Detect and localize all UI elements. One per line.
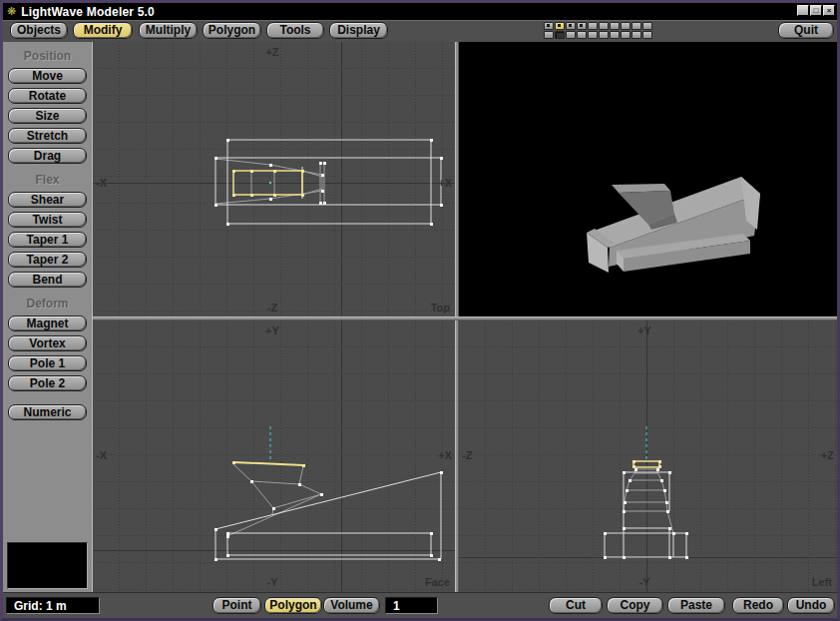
layer-button[interactable] [566, 22, 576, 30]
numeric-button[interactable]: Numeric [8, 404, 87, 420]
layer-bank [544, 22, 653, 40]
close-button[interactable]: × [823, 5, 835, 16]
layer-button[interactable] [577, 31, 587, 39]
axis-label-left: -X [96, 449, 108, 461]
axis-label-bottom: -Z [267, 302, 278, 313]
viewport-left[interactable]: +Y -Y -Z +Z Left [459, 320, 837, 592]
tool-taper-2[interactable]: Taper 2 [8, 252, 87, 268]
minimize-icon: _ [801, 11, 805, 14]
paste-button[interactable]: Paste [667, 597, 725, 614]
menu-tools[interactable]: Tools [266, 22, 324, 39]
tool-pole-2[interactable]: Pole 2 [8, 375, 87, 391]
layer-button[interactable] [555, 22, 565, 30]
origin-marker [269, 182, 271, 184]
mode-volume[interactable]: Volume [323, 597, 380, 614]
redo-button[interactable]: Redo [732, 597, 784, 614]
close-icon: × [827, 7, 832, 15]
sidebar: Position Move Rotate Size Stretch Drag F… [3, 42, 93, 592]
layer-button[interactable] [544, 31, 554, 39]
tool-size[interactable]: Size [8, 108, 87, 124]
maximize-icon: □ [814, 7, 819, 15]
section-title-flex: Flex [35, 173, 59, 187]
layer-button[interactable] [631, 22, 641, 30]
viewport-grid: +Z -Z -X +X Top [93, 42, 837, 592]
menu-multiply[interactable]: Multiply [139, 22, 198, 39]
tool-bend[interactable]: Bend [8, 272, 87, 288]
cut-button[interactable]: Cut [549, 597, 603, 614]
layer-button[interactable] [610, 22, 620, 30]
axis-label-top: +Y [637, 324, 651, 336]
menu-display[interactable]: Display [329, 22, 388, 39]
layer-button[interactable] [642, 31, 652, 39]
section-title-deform: Deform [26, 297, 68, 310]
maximize-button[interactable]: □ [810, 5, 822, 16]
app-icon: ❋ [7, 6, 16, 17]
axis-label-left: -Z [462, 449, 473, 461]
tool-magnet[interactable]: Magnet [8, 315, 87, 331]
tool-pole-1[interactable]: Pole 1 [8, 355, 87, 371]
main-area: Position Move Rotate Size Stretch Drag F… [3, 42, 837, 592]
menu-objects[interactable]: Objects [10, 22, 68, 39]
viewport-divider-horizontal[interactable] [93, 316, 837, 320]
tool-stretch[interactable]: Stretch [8, 128, 87, 144]
axis-label-top: +Z [265, 46, 278, 58]
axis-label-bottom: -Y [267, 576, 279, 588]
tool-taper-1[interactable]: Taper 1 [8, 232, 87, 248]
copy-button[interactable]: Copy [607, 597, 663, 614]
layer-button[interactable] [610, 31, 620, 39]
mode-polygon[interactable]: Polygon [264, 597, 322, 614]
tool-drag[interactable]: Drag [8, 148, 87, 164]
tool-shear[interactable]: Shear [8, 192, 87, 208]
grid-dots [459, 320, 837, 592]
window-title: LightWave Modeler 5.0 [21, 5, 155, 19]
minimize-button[interactable]: _ [797, 5, 809, 16]
mode-point[interactable]: Point [212, 597, 261, 614]
titlebar: ❋ LightWave Modeler 5.0 _ □ × [3, 3, 837, 20]
layer-button[interactable] [544, 22, 554, 30]
layer-button[interactable] [621, 22, 630, 30]
viewport-label: Left [812, 576, 833, 588]
selection-count-display: 1 [385, 597, 438, 614]
layer-button[interactable] [588, 31, 598, 39]
viewport-face[interactable]: +Y -Y -X +X Face [93, 320, 455, 592]
grid-size-display: Grid: 1 m [6, 597, 100, 614]
viewport-perspective[interactable] [459, 42, 837, 316]
axis-label-top: +Y [265, 324, 279, 336]
axis-label-right: +X [438, 449, 452, 461]
layer-button[interactable] [621, 31, 630, 39]
statusbar: Grid: 1 m Point Polygon Volume 1 Cut Cop… [3, 592, 837, 618]
layer-button[interactable] [599, 22, 609, 30]
layer-button[interactable] [566, 31, 576, 39]
layer-button[interactable] [631, 31, 641, 39]
axis-label-right: +Z [821, 449, 834, 461]
app-window: ❋ LightWave Modeler 5.0 _ □ × Objects Mo… [0, 0, 840, 621]
axis-label-bottom: -Y [639, 576, 651, 588]
menu-modify[interactable]: Modify [73, 22, 133, 39]
quit-button[interactable]: Quit [778, 22, 834, 39]
surface-preview-box [7, 542, 88, 589]
tool-rotate[interactable]: Rotate [8, 88, 87, 104]
toolbar: Objects Modify Multiply Polygon Tools Di… [3, 20, 837, 42]
layer-button[interactable] [599, 31, 609, 39]
undo-button[interactable]: Undo [787, 597, 835, 614]
tool-move[interactable]: Move [8, 68, 87, 84]
axis-label-right: +X [438, 177, 452, 189]
layer-button[interactable] [555, 31, 565, 39]
grid-dots [93, 320, 455, 592]
layer-button[interactable] [588, 22, 598, 30]
tool-vortex[interactable]: Vortex [8, 335, 87, 351]
layer-button[interactable] [642, 22, 652, 30]
axis-label-left: -X [96, 177, 108, 189]
viewport-top[interactable]: +Z -Z -X +X Top [93, 42, 455, 316]
viewport-label: Top [431, 302, 451, 313]
layer-button[interactable] [577, 22, 587, 30]
section-title-position: Position [24, 49, 71, 63]
viewport-label: Face [425, 576, 450, 588]
tool-twist[interactable]: Twist [8, 212, 87, 228]
window-controls: _ □ × [797, 5, 835, 16]
menu-polygon[interactable]: Polygon [203, 22, 261, 39]
